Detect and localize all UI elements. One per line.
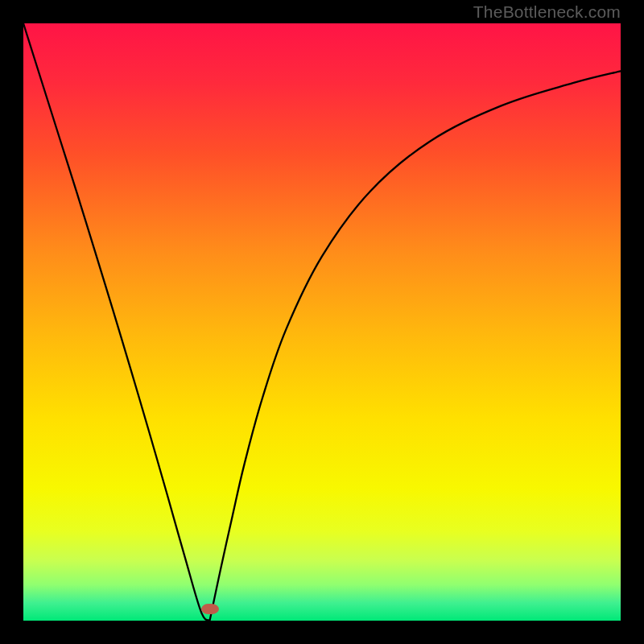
bottleneck-curve <box>23 23 621 621</box>
attribution-text: TheBottleneck.com <box>473 2 621 22</box>
plot-area <box>23 23 621 621</box>
optimum-marker <box>201 604 219 614</box>
outer-frame: TheBottleneck.com <box>0 0 644 644</box>
